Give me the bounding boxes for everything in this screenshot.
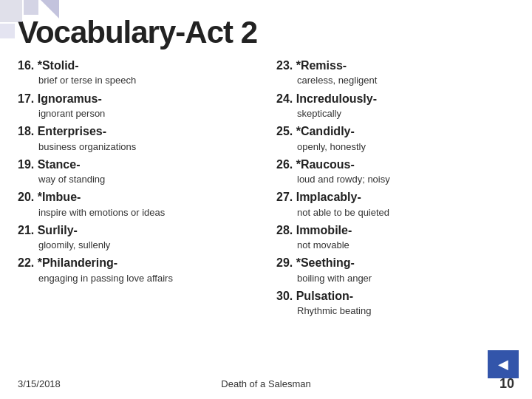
- vocab-item: 24. Incredulously-skeptically: [276, 91, 514, 121]
- vocab-item: 18. Enterprises-business organizations: [18, 123, 269, 154]
- corner-decoration: [0, 0, 59, 44]
- svg-marker-3: [41, 0, 59, 18]
- vocab-term: 19. Stance-: [18, 157, 269, 173]
- vocab-item: 19. Stance-way of standing: [18, 157, 269, 187]
- vocab-item: 27. Implacably-not able to be quieted: [276, 189, 514, 219]
- vocab-def: inspire with emotions or ideas: [18, 206, 269, 219]
- vocab-term: 18. Enterprises-: [18, 123, 269, 140]
- vocab-item: 28. Immobile-not movable: [276, 222, 514, 253]
- vocab-def: openly, honestly: [276, 140, 514, 154]
- vocab-item: 26. *Raucous-loud and rowdy; noisy: [276, 157, 514, 187]
- main-content: Vocabulary-Act 2 16. *Stolid-brief or te…: [0, 0, 532, 329]
- vocab-term: 26. *Raucous-: [276, 157, 514, 173]
- vocab-item: 23. *Remiss-careless, negligent: [276, 58, 514, 88]
- page-title: Vocabulary-Act 2: [18, 15, 514, 50]
- svg-rect-2: [0, 24, 15, 38]
- vocab-item: 30. Pulsation-Rhythmic beating: [276, 288, 514, 318]
- vocab-term: 30. Pulsation-: [276, 288, 514, 304]
- vocab-def: not movable: [276, 239, 514, 252]
- vocab-term: 28. Immobile-: [276, 222, 514, 239]
- svg-rect-1: [24, 0, 38, 15]
- vocab-term: 17. Ignoramus-: [18, 91, 269, 107]
- vocab-item: 29. *Seething-boiling with anger: [276, 255, 514, 285]
- footer: 3/15/2018 Death of a Salesman 10: [0, 376, 532, 392]
- vocab-item: 17. Ignoramus-ignorant person: [18, 91, 269, 121]
- vocab-term: 25. *Candidly-: [276, 123, 514, 140]
- vocab-term: 29. *Seething-: [276, 255, 514, 271]
- vocab-item: 20. *Imbue-inspire with emotions or idea…: [18, 189, 269, 219]
- nav-back-button[interactable]: [488, 350, 519, 378]
- vocab-def: not able to be quieted: [276, 206, 514, 219]
- right-column: 23. *Remiss-careless, negligent24. Incre…: [269, 58, 514, 321]
- vocab-term: 16. *Stolid-: [18, 58, 269, 74]
- vocab-def: brief or terse in speech: [18, 74, 269, 87]
- vocab-item: 22. *Philandering-engaging in passing lo…: [18, 255, 269, 285]
- left-column: 16. *Stolid-brief or terse in speech17. …: [18, 58, 269, 321]
- footer-page: 10: [499, 376, 514, 392]
- vocab-item: 16. *Stolid-brief or terse in speech: [18, 58, 269, 88]
- vocabulary-columns: 16. *Stolid-brief or terse in speech17. …: [18, 58, 514, 321]
- vocab-def: way of standing: [18, 173, 269, 186]
- vocab-term: 24. Incredulously-: [276, 91, 514, 107]
- vocab-term: 27. Implacably-: [276, 189, 514, 205]
- vocab-term: 20. *Imbue-: [18, 189, 269, 205]
- footer-title: Death of a Salesman: [221, 378, 310, 389]
- vocab-item: 21. Surlily-gloomily, sullenly: [18, 222, 269, 253]
- vocab-def: boiling with anger: [276, 272, 514, 285]
- vocab-term: 23. *Remiss-: [276, 58, 514, 74]
- vocab-def: loud and rowdy; noisy: [276, 173, 514, 186]
- vocab-def: gloomily, sullenly: [18, 239, 269, 252]
- vocab-def: engaging in passing love affairs: [18, 272, 269, 285]
- vocab-term: 21. Surlily-: [18, 222, 269, 239]
- vocab-def: Rhythmic beating: [276, 304, 514, 318]
- svg-rect-0: [0, 0, 22, 22]
- vocab-def: skeptically: [276, 107, 514, 120]
- footer-date: 3/15/2018: [18, 378, 61, 389]
- vocab-def: careless, negligent: [276, 74, 514, 87]
- vocab-def: ignorant person: [18, 107, 269, 120]
- vocab-def: business organizations: [18, 140, 269, 154]
- vocab-term: 22. *Philandering-: [18, 255, 269, 271]
- vocab-item: 25. *Candidly-openly, honestly: [276, 123, 514, 154]
